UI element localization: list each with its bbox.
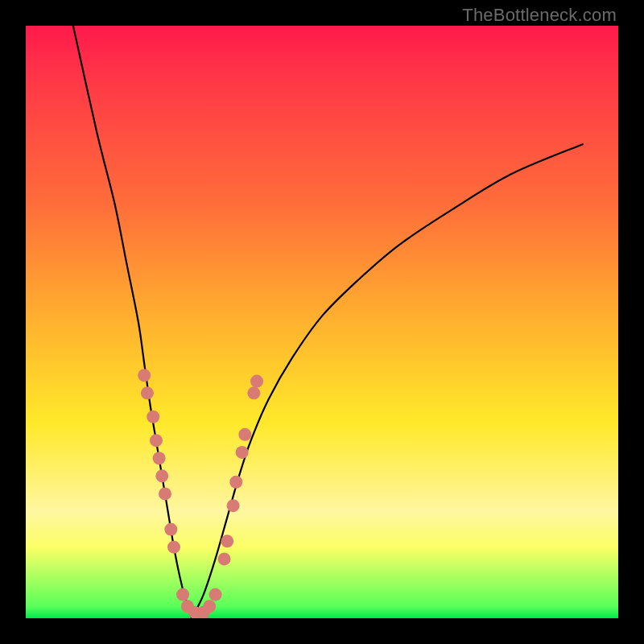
scatter-dot bbox=[238, 428, 251, 441]
chart-frame: TheBottleneck.com bbox=[0, 0, 644, 644]
scatter-dot bbox=[236, 446, 249, 459]
scatter-dot bbox=[229, 476, 242, 489]
scatter-dot bbox=[164, 523, 177, 536]
scatter-dots bbox=[138, 369, 263, 618]
scatter-dot bbox=[153, 452, 166, 464]
scatter-dot bbox=[147, 411, 159, 423]
scatter-dot bbox=[138, 369, 151, 382]
plot-area bbox=[26, 26, 618, 618]
scatter-dot bbox=[141, 386, 154, 399]
scatter-dot bbox=[150, 434, 163, 447]
scatter-dot bbox=[250, 375, 263, 388]
scatter-dot bbox=[155, 469, 168, 482]
curve-svg bbox=[26, 26, 618, 618]
scatter-dot bbox=[167, 541, 180, 554]
scatter-dot bbox=[176, 588, 189, 601]
scatter-dot bbox=[203, 600, 216, 613]
scatter-dot bbox=[218, 552, 231, 565]
watermark-text: TheBottleneck.com bbox=[462, 5, 617, 26]
scatter-dot bbox=[209, 588, 222, 601]
scatter-dot bbox=[159, 487, 171, 500]
scatter-dot bbox=[247, 386, 260, 399]
scatter-dot bbox=[227, 499, 240, 512]
curve-right-branch bbox=[192, 144, 583, 618]
scatter-dot bbox=[221, 535, 233, 547]
